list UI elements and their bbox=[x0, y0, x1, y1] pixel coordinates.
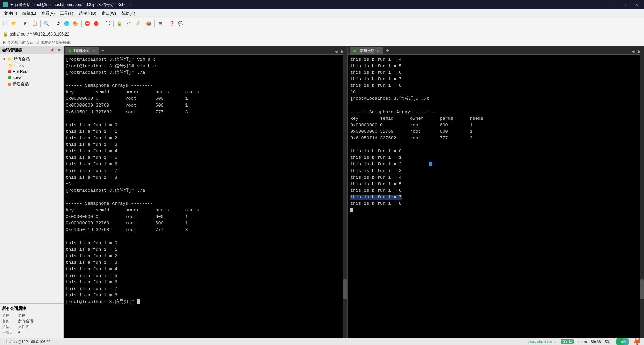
tab-prev-button[interactable]: ◀ bbox=[333, 48, 339, 54]
tree-item-new-session[interactable]: 新建会话 bbox=[0, 81, 63, 88]
tree-item-all-sessions[interactable]: ▼ 📁 所有会话 bbox=[0, 56, 63, 63]
menu-help[interactable]: 帮助(H) bbox=[119, 10, 138, 17]
copy-button[interactable]: ⎘ bbox=[22, 20, 30, 28]
network-button[interactable]: 🌐 bbox=[63, 20, 71, 28]
session-panel-title: 会话管理器 bbox=[2, 47, 22, 53]
status-cols: 89x38 bbox=[591, 340, 601, 344]
tree-item-label: Links bbox=[14, 63, 24, 68]
toolbar-sep-8 bbox=[154, 20, 155, 27]
toolbar-sep-4 bbox=[81, 20, 82, 27]
left-terminal-content[interactable]: [root@localhost 3.信号灯]# vim a.c [root@lo… bbox=[64, 55, 347, 338]
tree-item-hot-red[interactable]: Hot Red bbox=[0, 69, 63, 75]
prop-val: 4 bbox=[18, 330, 20, 335]
tab-label: 1新建会话 bbox=[358, 48, 375, 53]
transfer-button[interactable]: ⇄ bbox=[124, 20, 132, 28]
split-button[interactable]: ⊟ bbox=[156, 20, 164, 28]
red-dot-icon bbox=[8, 70, 11, 73]
find-button[interactable]: 🔍 bbox=[42, 20, 50, 28]
tree-item-label: 新建会话 bbox=[13, 81, 29, 87]
toolbar-sep-1 bbox=[20, 20, 20, 27]
menu-edit[interactable]: 编辑(E) bbox=[20, 10, 39, 17]
right-terminal-content[interactable]: this is b fun i = 4 this is b fun i = 5 … bbox=[348, 55, 644, 338]
right-scroll-thumb[interactable] bbox=[640, 279, 644, 299]
window-title: ✦ 新建会话 - root@localhost:/home/ben/c.d.3.… bbox=[10, 2, 132, 8]
tree-item-label: Hot Red bbox=[13, 69, 28, 74]
tab-close-button[interactable]: ✕ bbox=[377, 49, 379, 53]
menu-file[interactable]: 文件(F) bbox=[1, 10, 20, 17]
green-dot-icon bbox=[8, 76, 11, 79]
about-button[interactable]: 💬 bbox=[177, 20, 185, 28]
props-title: 所有会话属性 bbox=[2, 306, 61, 312]
panel-icons: 📌 ✕ bbox=[49, 48, 61, 53]
tree-item-label: 所有会话 bbox=[14, 56, 30, 62]
prop-row-type: 类型 文件夹 bbox=[2, 324, 61, 329]
tab-status-dot bbox=[69, 50, 71, 52]
menu-window[interactable]: 窗口(W) bbox=[99, 10, 119, 17]
menu-tools[interactable]: 工具(T) bbox=[57, 10, 76, 17]
prop-val: 所有会话 bbox=[18, 319, 33, 324]
color-button[interactable]: 🎨 bbox=[71, 20, 79, 28]
lock-button[interactable]: 🔒 bbox=[115, 20, 123, 28]
tree-item-server[interactable]: server bbox=[0, 75, 63, 81]
prop-key: 类型 bbox=[2, 324, 15, 329]
prop-key: 名称 bbox=[2, 319, 15, 324]
compose-button[interactable]: 📦 bbox=[145, 20, 153, 28]
tab-label: 1新建会话 bbox=[73, 48, 90, 53]
percent-label: 45% bbox=[620, 340, 626, 343]
stop-button[interactable]: ⛔ bbox=[83, 20, 91, 28]
status-connection: ssh://root@192.168.0.106:22 bbox=[3, 340, 50, 344]
new-tab-button[interactable]: + bbox=[384, 47, 391, 54]
bookmark-hint: ▶ 要添加当前会话，点击左侧的箭头按钮。 bbox=[3, 40, 74, 45]
toolbar-sep-7 bbox=[143, 20, 143, 27]
panel-close-icon[interactable]: ✕ bbox=[56, 48, 61, 53]
paste-button[interactable]: 📋 bbox=[31, 20, 39, 28]
left-scroll-thumb[interactable] bbox=[343, 279, 347, 299]
right-terminal: 1新建会话 ✕ + ◀ ▶ this is b fun i = 4 this i… bbox=[348, 46, 644, 338]
tab-close-button[interactable]: ✕ bbox=[92, 49, 95, 53]
menu-tabs[interactable]: 选项卡(B) bbox=[76, 10, 99, 17]
tree-item-label: server bbox=[13, 75, 24, 80]
maximize-button[interactable]: □ bbox=[622, 0, 631, 9]
new-tab-button[interactable]: + bbox=[99, 47, 107, 54]
toolbar-sep-3 bbox=[52, 20, 52, 27]
session-tree: ▼ 📁 所有会话 📁 Links Hot Red server 新建会话 bbox=[0, 54, 63, 303]
new-session-button[interactable]: 📄 bbox=[1, 20, 9, 28]
right-tab-bar: 1新建会话 ✕ + ◀ ▶ bbox=[348, 46, 644, 55]
close-button[interactable]: ✕ bbox=[632, 0, 641, 9]
open-button[interactable]: 📂 bbox=[10, 20, 18, 28]
script-button[interactable]: 📝 bbox=[133, 20, 141, 28]
refresh-button[interactable]: ↺ bbox=[54, 20, 62, 28]
address-bar: 🔒 ssh://root:****@192.168.0.106:22 bbox=[0, 29, 644, 39]
right-active-tab[interactable]: 1新建会话 ✕ bbox=[350, 47, 383, 54]
prop-key: 名称 bbox=[2, 313, 15, 318]
toolbar-sep-9 bbox=[166, 20, 166, 27]
record-button[interactable]: 🔴 bbox=[92, 20, 100, 28]
status-xterm: xterm bbox=[578, 340, 587, 344]
status-link: blog.csdn.net/qq_... bbox=[528, 340, 557, 343]
prop-val: 文件夹 bbox=[18, 324, 29, 329]
prop-val: 名称 bbox=[18, 313, 25, 318]
main-area: 会话管理器 📌 ✕ ▼ 📁 所有会话 📁 Links Hot Red bbox=[0, 46, 644, 338]
panel-pin-icon[interactable]: 📌 bbox=[49, 48, 55, 53]
expand-button[interactable]: ⛶ bbox=[104, 20, 112, 28]
address-text: ssh://root:****@192.168.0.106:22 bbox=[10, 32, 69, 37]
minimize-button[interactable]: ─ bbox=[612, 0, 621, 9]
right-terminal-scrollbar[interactable] bbox=[640, 46, 644, 338]
prop-key: 子项目 bbox=[2, 330, 15, 335]
app-icon bbox=[3, 2, 8, 7]
folder-icon: 📁 bbox=[8, 63, 13, 68]
left-terminal-scrollbar[interactable] bbox=[343, 46, 347, 338]
help-button[interactable]: ❓ bbox=[168, 20, 176, 28]
title-bar-left: ✦ 新建会话 - root@localhost:/home/ben/c.d.3.… bbox=[3, 2, 132, 8]
toolbar-sep-6 bbox=[113, 20, 114, 27]
menu-bar: 文件(F) 编辑(E) 查看(V) 工具(T) 选项卡(B) 窗口(W) 帮助(… bbox=[0, 9, 644, 18]
session-panel-header: 会话管理器 📌 ✕ bbox=[0, 46, 63, 54]
session-panel: 会话管理器 📌 ✕ ▼ 📁 所有会话 📁 Links Hot Red bbox=[0, 46, 64, 338]
tab-status-dot bbox=[353, 50, 356, 52]
toolbar: 📄 📂 ⎘ 📋 🔍 ↺ 🌐 🎨 ⛔ 🔴 ⛶ 🔒 ⇄ 📝 📦 ⊟ ❓ 💬 bbox=[0, 18, 644, 29]
expand-arrow: ▼ bbox=[3, 57, 6, 61]
left-active-tab[interactable]: 1新建会话 ✕ bbox=[65, 47, 99, 54]
menu-view[interactable]: 查看(V) bbox=[39, 10, 57, 17]
tree-item-links[interactable]: 📁 Links bbox=[0, 63, 63, 69]
tab-prev-button[interactable]: ◀ bbox=[630, 48, 636, 54]
